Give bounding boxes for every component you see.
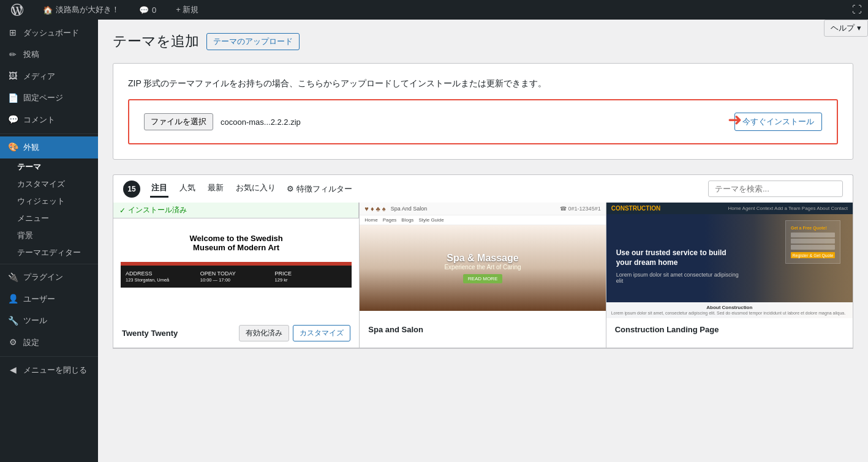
sidebar-sub-widgets[interactable]: ウィジェット <box>0 193 98 210</box>
upload-box: ファイルを選択 cocoon-mas...2.2.2.zip ➜ 今すぐインスト… <box>128 99 838 144</box>
sidebar-item-posts[interactable]: ✏ 投稿 <box>0 44 98 66</box>
sidebar-sub-background[interactable]: 背景 <box>0 227 98 244</box>
pages-icon: 📄 <box>7 92 18 105</box>
sidebar-sub-menus[interactable]: メニュー <box>0 210 98 227</box>
tab-favorites[interactable]: お気に入り <box>235 180 277 198</box>
search-themes-input[interactable] <box>708 181 843 197</box>
comments-adminbar[interactable]: 💬 0 <box>134 6 161 15</box>
help-button[interactable]: ヘルプ ▾ <box>824 20 868 37</box>
users-icon: 👤 <box>7 293 18 305</box>
close-menu-icon: ◀ <box>7 364 18 376</box>
sidebar: ⊞ ダッシュボード ✏ 投稿 🖼 メディア 📄 固定ページ 💬 コメント 🎨 外… <box>0 20 98 462</box>
settings-icon: ⚙ <box>7 337 18 349</box>
theme-tabs-bar: 15 注目 人気 最新 お気に入り ⚙ 特徴フィルター <box>113 174 853 203</box>
spa-cta: READ MORE <box>463 274 502 283</box>
new-content[interactable]: + 新規 <box>171 4 203 15</box>
sidebar-item-pages[interactable]: 📄 固定ページ <box>0 88 98 110</box>
tools-icon: 🔧 <box>7 315 18 327</box>
plugins-icon: 🔌 <box>7 272 18 284</box>
theme-info-construction: Construction Landing Page <box>606 319 853 340</box>
sidebar-sub-theme-editor[interactable]: テーマエディター <box>0 244 98 261</box>
sidebar-item-appearance[interactable]: 🎨 外観 <box>0 136 98 158</box>
theme-count-badge: 15 <box>123 181 140 198</box>
activated-button[interactable]: 有効化済み <box>239 325 289 341</box>
theme-name-twenty-twenty: Twenty Twenty <box>122 329 178 338</box>
theme-info-twenty-twenty: Twenty Twenty 有効化済み カスタマイズ <box>113 319 359 348</box>
install-now-button[interactable]: 今すぐインストール <box>734 113 822 131</box>
separator <box>0 133 98 134</box>
theme-screenshot-construction: CONSTRUCTION Home Agent Context Add a Te… <box>606 203 853 319</box>
theme-grid: ✓ インストール済み Welcome to the SwedishMuseum … <box>113 203 853 349</box>
sidebar-sub-customize[interactable]: カスタマイズ <box>0 176 98 193</box>
dashboard-icon: ⊞ <box>7 27 18 39</box>
upload-section: ZIP 形式のテーマファイルをお持ちの場合、こちらからアップロードしてインストー… <box>113 63 853 160</box>
installed-badge: ✓ インストール済み <box>113 203 359 218</box>
page-header: テーマを追加 テーマのアップロード <box>113 32 853 51</box>
file-choose-button[interactable]: ファイルを選択 <box>144 113 213 130</box>
spa-phone: ☎ 0#1-12345#1 <box>560 206 601 212</box>
check-icon: ✓ <box>119 206 126 215</box>
sidebar-item-dashboard[interactable]: ⊞ ダッシュボード <box>0 22 98 44</box>
spa-nav-links: HomePagesBlogsStyle Guide <box>360 215 605 225</box>
site-name[interactable]: 🏠 淡路島が大好き！ <box>38 4 124 15</box>
sidebar-item-users[interactable]: 👤 ユーザー <box>0 288 98 310</box>
theme-card-spa: ♥ ♦ ♣ ♠ Spa And Salon ☎ 0#1-12345#1 Home… <box>360 203 606 348</box>
adminbar-right: ⛶ <box>852 4 862 15</box>
sidebar-item-comments[interactable]: 💬 コメント <box>0 109 98 131</box>
help-area: ヘルプ ▾ <box>824 20 868 37</box>
spa-subtitle: Experience the Art of Caring <box>444 264 521 270</box>
construction-content: Use our trusted service to build your dr… <box>616 248 741 283</box>
sidebar-item-media[interactable]: 🖼 メディア <box>0 65 98 88</box>
upload-theme-button[interactable]: テーマのアップロード <box>206 33 300 50</box>
construction-logo: CONSTRUCTION <box>611 205 661 212</box>
main-layout: ⊞ ダッシュボード ✏ 投稿 🖼 メディア 📄 固定ページ 💬 コメント 🎨 外… <box>0 20 868 462</box>
theme-screenshot-twenty-twenty: ✓ インストール済み Welcome to the SwedishMuseum … <box>113 203 359 319</box>
theme-actions: 有効化済み カスタマイズ <box>239 325 350 341</box>
swedish-museum-screenshot: Welcome to the SwedishMuseum of Modern A… <box>113 203 359 319</box>
museum-title: Welcome to the SwedishMuseum of Modern A… <box>190 234 283 252</box>
separator3 <box>0 356 98 357</box>
theme-info-spa: Spa and Salon <box>360 319 605 340</box>
theme-name-spa: Spa and Salon <box>368 325 423 334</box>
tab-latest[interactable]: 最新 <box>206 180 225 198</box>
construction-topbar: CONSTRUCTION Home Agent Context Add a Te… <box>606 203 853 214</box>
page-title: テーマを追加 <box>113 32 199 51</box>
comments-icon: 💬 <box>7 114 18 126</box>
media-icon: 🖼 <box>7 70 18 83</box>
spa-text: Spa & Massage Experience the Art of Cari… <box>444 253 521 283</box>
spa-logo: ♥ ♦ ♣ ♠ <box>364 205 385 212</box>
spa-main-image: Spa & Massage Experience the Art of Cari… <box>360 225 605 311</box>
content-area: ヘルプ ▾ テーマを追加 テーマのアップロード ZIP 形式のテーマファイルをお… <box>98 20 868 462</box>
tab-attention[interactable]: 注目 <box>150 180 168 198</box>
posts-icon: ✏ <box>7 49 18 61</box>
theme-screenshot-spa: ♥ ♦ ♣ ♠ Spa And Salon ☎ 0#1-12345#1 Home… <box>360 203 605 319</box>
quote-form: Get a Free Quote! Register & Get Quote <box>785 220 840 264</box>
feature-filter[interactable]: ⚙ 特徴フィルター <box>287 184 352 195</box>
construction-headline: Use our trusted service to build your dr… <box>616 248 741 267</box>
sidebar-sub-themes[interactable]: テーマ <box>0 158 98 176</box>
sidebar-item-settings[interactable]: ⚙ 設定 <box>0 332 98 354</box>
admin-bar: 🏠 淡路島が大好き！ 💬 0 + 新規 ⛶ <box>0 0 868 20</box>
sidebar-item-tools[interactable]: 🔧 ツール <box>0 310 98 332</box>
file-name-display: cocoon-mas...2.2.2.zip <box>221 117 727 127</box>
gear-icon: ⚙ <box>287 184 294 193</box>
separator2 <box>0 264 98 264</box>
theme-card-twenty-twenty: ✓ インストール済み Welcome to the SwedishMuseum … <box>113 203 360 348</box>
sidebar-item-close-menu[interactable]: ◀ メニューを閉じる <box>0 359 98 381</box>
spa-main-title: Spa & Massage <box>444 253 521 264</box>
theme-card-construction: CONSTRUCTION Home Agent Context Add a Te… <box>606 203 853 348</box>
appearance-icon: 🎨 <box>7 141 18 154</box>
spa-nav: ♥ ♦ ♣ ♠ Spa And Salon ☎ 0#1-12345#1 <box>360 203 605 215</box>
about-section: About Construction Lorem ipsum dolor sit… <box>606 302 853 318</box>
customize-button[interactable]: カスタマイズ <box>293 325 350 341</box>
tab-popular[interactable]: 人気 <box>178 180 197 198</box>
construction-sub: Lorem ipsum dolor sit amet consectetur a… <box>616 272 741 284</box>
upload-description: ZIP 形式のテーマファイルをお持ちの場合、こちらからアップロードしてインストー… <box>128 78 838 89</box>
sidebar-item-plugins[interactable]: 🔌 プラグイン <box>0 267 98 289</box>
theme-name-construction: Construction Landing Page <box>615 325 719 334</box>
museum-table: ADDRESS123 Storgatan, Umeå OPEN TODAY10:… <box>121 266 352 288</box>
wp-logo[interactable] <box>6 4 28 16</box>
construction-main: Get a Free Quote! Register & Get Quote U… <box>606 214 853 318</box>
fullscreen-icon[interactable]: ⛶ <box>852 4 862 15</box>
